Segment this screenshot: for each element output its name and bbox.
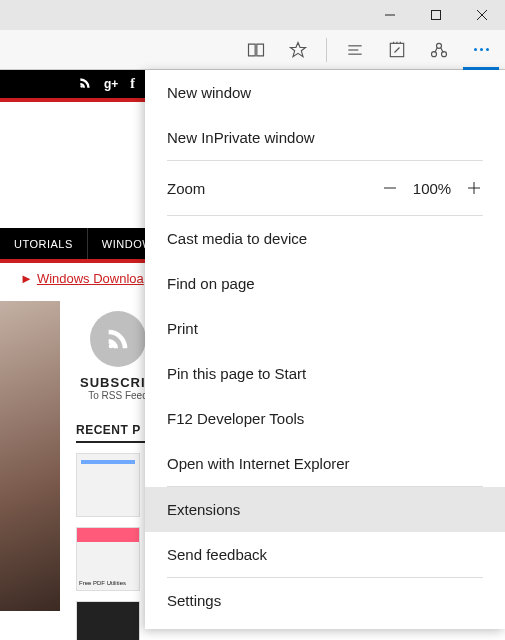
recent-thumb-2[interactable]: Free PDF Utilities xyxy=(76,527,140,591)
maximize-button[interactable] xyxy=(413,0,459,30)
menu-extensions[interactable]: Extensions xyxy=(145,487,505,532)
svg-point-11 xyxy=(80,85,82,87)
svg-point-12 xyxy=(109,344,114,349)
breadcrumb-link[interactable]: Windows Downloa xyxy=(37,271,144,286)
close-button[interactable] xyxy=(459,0,505,30)
toolbar-separator xyxy=(326,38,327,62)
zoom-label: Zoom xyxy=(167,180,205,197)
menu-find[interactable]: Find on page xyxy=(145,261,505,306)
menu-new-window[interactable]: New window xyxy=(145,70,505,115)
article-image xyxy=(0,301,60,611)
menu-cast[interactable]: Cast media to device xyxy=(145,216,505,261)
rss-subscribe-icon[interactable] xyxy=(90,311,146,367)
nav-tutorials[interactable]: UTORIALS xyxy=(0,228,88,259)
window-titlebar xyxy=(0,0,505,30)
recent-thumb-3[interactable] xyxy=(76,601,140,640)
recent-thumb-1[interactable] xyxy=(76,453,140,517)
menu-pin[interactable]: Pin this page to Start xyxy=(145,351,505,396)
more-menu: New window New InPrivate window Zoom 100… xyxy=(145,70,505,629)
svg-point-9 xyxy=(432,51,437,56)
favorite-button[interactable] xyxy=(280,32,316,68)
zoom-in-button[interactable] xyxy=(457,171,491,205)
thumb-caption: Free PDF Utilities xyxy=(79,580,126,586)
menu-feedback[interactable]: Send feedback xyxy=(145,532,505,577)
svg-point-10 xyxy=(442,51,447,56)
menu-settings[interactable]: Settings xyxy=(145,578,505,623)
menu-open-ie[interactable]: Open with Internet Explorer xyxy=(145,441,505,486)
zoom-value: 100% xyxy=(407,180,457,197)
menu-new-inprivate[interactable]: New InPrivate window xyxy=(145,115,505,160)
svg-rect-1 xyxy=(432,11,441,20)
reading-view-button[interactable] xyxy=(238,32,274,68)
menu-print[interactable]: Print xyxy=(145,306,505,351)
browser-toolbar xyxy=(0,30,505,70)
facebook-icon[interactable]: f xyxy=(130,76,135,92)
menu-zoom-row: Zoom 100% xyxy=(145,161,505,215)
minimize-button[interactable] xyxy=(367,0,413,30)
breadcrumb-arrow-icon: ► xyxy=(20,271,33,286)
more-button[interactable] xyxy=(463,32,499,68)
share-button[interactable] xyxy=(421,32,457,68)
hub-button[interactable] xyxy=(337,32,373,68)
rss-icon[interactable] xyxy=(78,76,92,93)
zoom-out-button[interactable] xyxy=(373,171,407,205)
web-notes-button[interactable] xyxy=(379,32,415,68)
more-icon xyxy=(474,48,489,51)
menu-devtools[interactable]: F12 Developer Tools xyxy=(145,396,505,441)
gplus-icon[interactable]: g+ xyxy=(104,77,118,91)
